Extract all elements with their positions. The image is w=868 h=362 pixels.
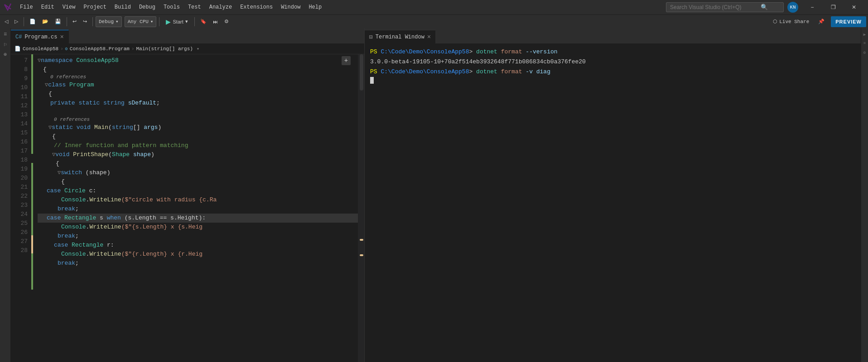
fold-icon-16[interactable]: ▽: [52, 150, 55, 159]
toolbar-back-button[interactable]: ◁: [2, 16, 11, 27]
tab-program-cs[interactable]: C# Program.cs ×: [11, 30, 69, 43]
toolbar-undo-button[interactable]: ↩: [70, 16, 79, 27]
chevron-down-icon: ▾: [150, 19, 154, 24]
debug-config-dropdown[interactable]: Debug ▾: [96, 16, 122, 27]
code-line-21: Console.WriteLine($"circle with radius {…: [38, 195, 358, 205]
toolbar-pin-button[interactable]: 📌: [815, 16, 827, 27]
toolbar-bookmark-button[interactable]: 🔖: [198, 16, 209, 27]
code-line-27: Console.WriteLine($"{r.Length} x {r.Heig: [38, 250, 358, 259]
code-line-20: case Circle c:: [38, 186, 358, 195]
separator-4: [159, 17, 159, 26]
code-line-28: break;: [38, 259, 358, 268]
code-line-19: {: [38, 177, 358, 186]
fold-icon-7[interactable]: ▽: [38, 56, 41, 65]
toolbar: ◁ ▷ 📄 📂 💾 ↩ ↪ Debug ▾ Any CPU ▾ ▶ Start …: [0, 14, 868, 28]
maximize-button[interactable]: ❐: [823, 0, 844, 14]
code-line-18: ▽ switch (shape): [38, 168, 358, 177]
tab-label: Program.cs: [24, 34, 57, 40]
toolbar-save-button[interactable]: 💾: [52, 16, 64, 27]
title-bar: File Edit View Project Build Debug Tools…: [0, 0, 868, 14]
editor-scrollbar[interactable]: [358, 54, 364, 362]
cs-file-icon: C#: [15, 34, 22, 40]
separator-2: [67, 17, 67, 26]
live-share-area: ⬡ Live Share 📌 PREVIEW: [770, 16, 866, 27]
menu-extensions[interactable]: Extensions: [236, 2, 276, 12]
code-line-15: // Inner function and pattern matching: [38, 141, 358, 150]
code-line-11: private static string sDefault;: [38, 99, 358, 108]
right-activity-3[interactable]: ⚙: [860, 48, 868, 57]
code-line-9: ▽ class Program: [38, 81, 358, 90]
preview-button[interactable]: PREVIEW: [831, 16, 866, 27]
terminal-cursor-line: [370, 77, 855, 84]
menu-view[interactable]: View: [59, 2, 79, 12]
breadcrumb-dropdown-icon: ⚙: [65, 46, 68, 52]
vs-logo-icon: [4, 3, 13, 12]
menu-tools[interactable]: Tools: [160, 2, 183, 12]
line-numbers: 7 8 9 10 11 12 13 14 15 16 17 18 19 20 2…: [11, 54, 31, 362]
code-ref-9: 0 references: [38, 73, 358, 81]
menu-debug[interactable]: Debug: [135, 2, 159, 12]
code-line-22: break;: [38, 205, 358, 214]
terminal-close-button[interactable]: ×: [427, 33, 431, 41]
toolbar-forward-button[interactable]: ▷: [12, 16, 21, 27]
menu-test[interactable]: Test: [184, 2, 205, 12]
breadcrumb-chevron[interactable]: ▾: [197, 46, 199, 52]
start-button[interactable]: ▶ Start ▾: [162, 16, 191, 27]
code-editor: 7 8 9 10 11 12 13 14 15 16 17 18 19 20 2…: [11, 54, 364, 362]
code-line-10: {: [38, 90, 358, 99]
breadcrumb-file-icon: 📄: [14, 46, 21, 52]
activity-icon-3[interactable]: ⊕: [1, 50, 10, 59]
live-share-icon: ⬡: [773, 19, 777, 24]
user-avatar[interactable]: KN: [787, 2, 798, 13]
menu-build[interactable]: Build: [111, 2, 135, 12]
toolbar-next-bookmark[interactable]: ⏭: [210, 16, 221, 27]
terminal-cursor: [370, 77, 374, 84]
search-box[interactable]: 🔍: [666, 2, 784, 12]
terminal-icon: ⊡: [369, 33, 373, 41]
menu-bar: File Edit View Project Build Debug Tools…: [16, 2, 325, 12]
toolbar-open-button[interactable]: 📂: [39, 16, 51, 27]
code-content[interactable]: + ▽ namespace ConsoleApp58 { 0 refere: [34, 54, 358, 362]
menu-analyze[interactable]: Analyze: [206, 2, 236, 12]
toolbar-misc1[interactable]: ⚙: [222, 16, 231, 27]
terminal-content[interactable]: PS C:\Code\Demo\ConsoleApp58 > dotnet fo…: [365, 43, 861, 362]
menu-project[interactable]: Project: [80, 2, 110, 12]
right-activity-2[interactable]: ≡: [860, 39, 868, 48]
menu-edit[interactable]: Edit: [38, 2, 58, 12]
breadcrumb-project[interactable]: ConsoleApp58: [23, 46, 58, 52]
toolbar-redo-button[interactable]: ↪: [80, 16, 90, 27]
live-share-button[interactable]: ⬡ Live Share: [770, 18, 812, 25]
platform-dropdown[interactable]: Any CPU ▾: [125, 16, 157, 27]
terminal-panel: ⊡ Terminal Window × PS C:\Code\Demo\Cons…: [364, 28, 861, 362]
terminal-line-2: 3.0.0-beta4-19105-10+70a2f514eb3932648f7…: [370, 57, 855, 67]
minimize-button[interactable]: −: [802, 0, 823, 14]
code-line-26: case Rectangle r:: [38, 241, 358, 250]
search-input[interactable]: [670, 4, 761, 10]
code-line-24: Console.WriteLine($"{s.Length} x {s.Heig: [38, 223, 358, 232]
activity-icon-1[interactable]: ≡: [1, 30, 10, 39]
editor-area: C# Program.cs × 📄 ConsoleApp58 › ⚙ Conso…: [11, 28, 364, 362]
breadcrumb-class[interactable]: ConsoleApp58.Program: [70, 46, 130, 52]
close-button[interactable]: ✕: [844, 0, 864, 14]
code-line-25: break;: [38, 232, 358, 241]
tab-close-button[interactable]: ×: [60, 34, 63, 40]
code-line-16: ▽ void PrintShape(Shape shape): [38, 150, 358, 159]
fold-icon-18[interactable]: ▽: [58, 168, 61, 177]
breadcrumb-method[interactable]: Main(string[] args): [136, 46, 193, 52]
separator-3: [92, 17, 93, 26]
activity-icon-2[interactable]: ⚐: [1, 40, 10, 49]
code-line-14: {: [38, 132, 358, 141]
terminal-tab[interactable]: ⊡ Terminal Window ×: [365, 30, 435, 43]
fold-icon-9[interactable]: ▽: [45, 81, 48, 90]
title-bar-left: File Edit View Project Build Debug Tools…: [4, 2, 325, 12]
title-bar-right: 🔍 KN − ❐ ✕: [666, 0, 864, 14]
right-activity-1[interactable]: ▶: [860, 30, 868, 39]
terminal-tabs: ⊡ Terminal Window ×: [365, 28, 861, 43]
menu-help[interactable]: Help: [305, 2, 325, 12]
toolbar-new-button[interactable]: 📄: [27, 16, 39, 27]
menu-file[interactable]: File: [16, 2, 37, 12]
chevron-down-icon: ▾: [116, 19, 119, 24]
code-ref-13: 0 references: [38, 116, 358, 123]
fold-icon-13[interactable]: ▽: [48, 123, 52, 132]
menu-window[interactable]: Window: [277, 2, 304, 12]
